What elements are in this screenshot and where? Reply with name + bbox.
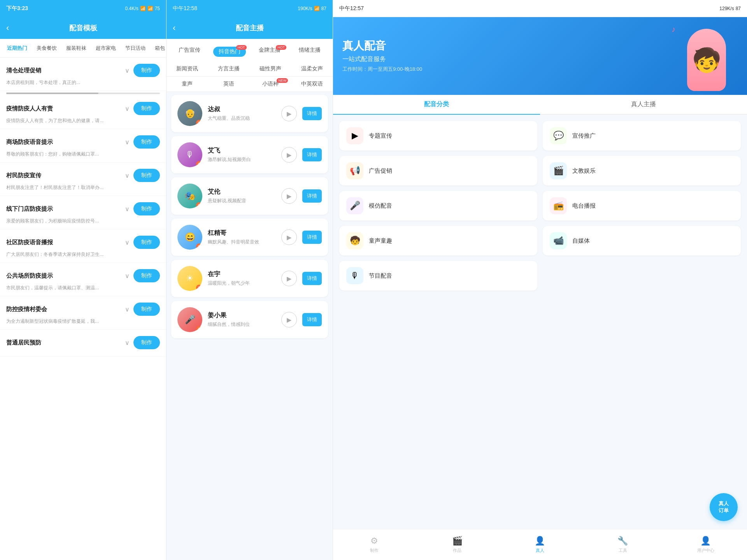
make-button[interactable]: 制作 xyxy=(133,269,160,282)
detail-button[interactable]: 详情 xyxy=(302,313,322,326)
template-desc: 尊敬的顾客朋友们：您好，购物请佩戴口罩... xyxy=(6,151,99,158)
category-card[interactable]: 🧒 童声童趣 xyxy=(339,226,537,256)
battery-2: 87 xyxy=(321,6,326,11)
tab-appliance[interactable]: 超市家电 xyxy=(92,43,120,53)
nav-real[interactable]: 👤 真人 xyxy=(499,536,582,553)
template-item: 公共场所防疫提示 ∨ 制作 市民朋友们，温馨提示，请佩戴口罩、测温... xyxy=(0,263,166,296)
expand-icon[interactable]: ∨ xyxy=(125,67,130,74)
template-title: 公共场所防疫提示 xyxy=(6,272,53,280)
tab-magnetic[interactable]: 磁性男声 xyxy=(250,61,291,76)
tab-news[interactable]: 新闻资讯 xyxy=(167,61,208,76)
tab-bilingual[interactable]: 中英双语 xyxy=(291,77,333,91)
tab-clothing[interactable]: 服装鞋袜 xyxy=(62,43,90,53)
anchor-badge: 新 xyxy=(196,285,202,291)
anchor-desc: 幽默风趣、抖音明星音效 xyxy=(208,239,276,245)
tab-holiday[interactable]: 节日活动 xyxy=(121,43,149,53)
expand-icon[interactable]: ∨ xyxy=(125,105,130,112)
tab-gentle[interactable]: 温柔女声 xyxy=(291,61,333,76)
expand-icon[interactable]: ∨ xyxy=(125,272,130,280)
hot-badge-1: HOT xyxy=(236,45,247,50)
category-card[interactable]: 🎙 节目配音 xyxy=(339,261,537,290)
anchor-name: 在宇 xyxy=(208,270,276,278)
anchor-card: 👴 新 达叔 大气稳重、品质沉稳 ▶ 详情 xyxy=(171,95,328,132)
detail-button[interactable]: 详情 xyxy=(302,272,322,285)
tab-english[interactable]: 英语 xyxy=(208,77,250,91)
make-button[interactable]: 制作 xyxy=(133,336,160,349)
back-button-2[interactable]: ‹ xyxy=(173,23,175,33)
tab-food[interactable]: 美食餐饮 xyxy=(33,43,61,53)
tab-child-voice[interactable]: 童声 xyxy=(167,77,208,91)
make-button[interactable]: 制作 xyxy=(133,236,160,249)
detail-button[interactable]: 详情 xyxy=(302,148,322,161)
expand-icon[interactable]: ∨ xyxy=(125,239,130,246)
main-tabs-3: 配音分类 真人主播 xyxy=(333,95,747,115)
play-button[interactable]: ▶ xyxy=(281,312,297,327)
page-title-1: 配音模板 xyxy=(69,23,97,33)
make-button[interactable]: 制作 xyxy=(133,202,160,215)
anchor-list: 👴 新 达叔 大气稳重、品质沉稳 ▶ 详情 🎙 新 艾飞 激昂解说,短视频旁白 … xyxy=(167,92,333,560)
page-title-2: 配音主播 xyxy=(236,23,264,33)
detail-button[interactable]: 详情 xyxy=(302,107,322,120)
play-button[interactable]: ▶ xyxy=(281,271,297,286)
nav-works[interactable]: 🎬 作品 xyxy=(416,536,499,553)
category-card[interactable]: 🎬 文教娱乐 xyxy=(543,156,741,186)
nav-works-label: 作品 xyxy=(453,548,461,553)
tab-bags[interactable]: 箱包 xyxy=(151,43,166,53)
play-button[interactable]: ▶ xyxy=(281,147,297,163)
category-card[interactable]: 📹 自媒体 xyxy=(543,226,741,256)
expand-icon[interactable]: ∨ xyxy=(125,138,130,146)
banner-subtitle: 一站式配音服务 xyxy=(342,55,675,63)
make-button[interactable]: 制作 xyxy=(133,135,160,149)
anime-character: 🧒 xyxy=(687,29,726,91)
play-button[interactable]: ▶ xyxy=(281,106,297,121)
play-button[interactable]: ▶ xyxy=(281,229,297,245)
template-title: 普通居民预防 xyxy=(6,339,41,346)
user-icon: 👤 xyxy=(700,536,711,546)
tab-dialect[interactable]: 方言主播 xyxy=(208,61,250,76)
nav-tools[interactable]: 🔧 工具 xyxy=(581,536,664,553)
anchor-card: 🎤 新 姜小果 细腻自然，情感到位 ▶ 详情 xyxy=(171,301,328,338)
anchor-desc: 悬疑解说,视频配音 xyxy=(208,198,276,204)
real-order-fab[interactable]: 真人 订单 xyxy=(710,493,738,521)
anchor-desc: 大气稳重、品质沉稳 xyxy=(208,115,276,122)
signal-icon-1: 📶 xyxy=(140,6,146,11)
nav-user-center[interactable]: 👤 用户中心 xyxy=(664,536,747,553)
banner-anime-figure: ♪ 🧒 xyxy=(675,21,738,91)
status-icons-3: 129K/s 87 xyxy=(719,6,741,11)
category-card[interactable]: ▶ 专题宣传 xyxy=(339,121,537,150)
anchor-card: 😄 新 杠精哥 幽默风趣、抖音明星音效 ▶ 详情 xyxy=(171,219,328,256)
anchor-info: 艾伦 悬疑解说,视频配音 xyxy=(208,188,276,204)
play-button[interactable]: ▶ xyxy=(281,188,297,204)
template-list: 清仓处理促销 ∨ 制作 本店房租到期，亏本处理，真正的... 疫情防疫人人有责 … xyxy=(0,58,166,560)
anchor-card: 🎭 新 艾伦 悬疑解说,视频配音 ▶ 详情 xyxy=(171,177,328,215)
category-label: 专题宣传 xyxy=(369,132,392,140)
expand-icon[interactable]: ∨ xyxy=(125,172,130,179)
status-icons-1: 0.4K/s 📶 📶 75 xyxy=(125,6,160,11)
back-button-1[interactable]: ‹ xyxy=(6,23,9,33)
category-icon: 📻 xyxy=(550,197,567,214)
detail-button[interactable]: 详情 xyxy=(302,189,322,203)
nav-make[interactable]: ⚙ 制作 xyxy=(333,536,416,553)
category-card[interactable]: 🎤 模仿配音 xyxy=(339,191,537,220)
expand-icon[interactable]: ∨ xyxy=(125,205,130,213)
expand-icon[interactable]: ∨ xyxy=(125,306,130,313)
category-card[interactable]: 📻 电台播报 xyxy=(543,191,741,220)
make-button[interactable]: 制作 xyxy=(133,64,160,77)
expand-icon[interactable]: ∨ xyxy=(125,339,130,346)
tab-voice-category[interactable]: 配音分类 xyxy=(333,95,540,115)
category-card[interactable]: 💬 宣传推广 xyxy=(543,121,741,150)
make-button[interactable]: 制作 xyxy=(133,169,160,182)
tab-real-anchor[interactable]: 真人主播 xyxy=(540,95,747,115)
category-card[interactable]: 📢 广告促销 xyxy=(339,156,537,186)
tab-foreign-lang[interactable]: 小语种 NEW xyxy=(250,77,291,91)
tab-emotion-anchor[interactable]: 情绪主播 xyxy=(289,44,330,61)
wifi-icon-1: 📶 xyxy=(147,6,153,11)
tab-douyin-hot[interactable]: 抖音热门 HOT xyxy=(210,44,250,61)
make-button[interactable]: 制作 xyxy=(133,303,160,316)
tab-ad-promo[interactable]: 广告宣传 xyxy=(170,44,210,61)
tab-recent-hot[interactable]: 近期热门 xyxy=(3,43,31,53)
detail-button[interactable]: 详情 xyxy=(302,231,322,244)
category-label: 节目配音 xyxy=(369,272,392,280)
tab-gold-anchor[interactable]: 金牌主播 HOT xyxy=(250,44,290,61)
make-button[interactable]: 制作 xyxy=(133,102,160,115)
